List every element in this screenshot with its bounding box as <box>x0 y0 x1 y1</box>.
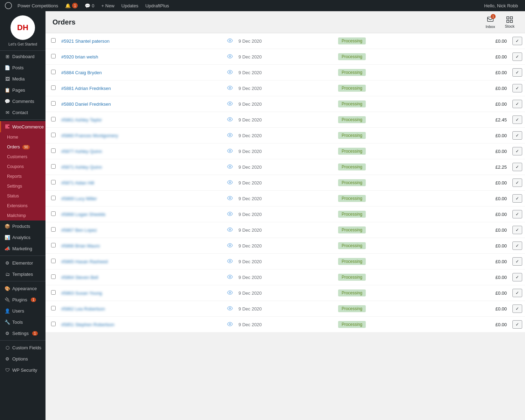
row-checkbox[interactable] <box>51 101 56 106</box>
sidebar-item-settings[interactable]: ⚙ Settings 1 <box>0 328 46 339</box>
order-name-link[interactable]: #5921 Shantel paterson <box>61 38 110 44</box>
eye-icon[interactable] <box>227 307 233 312</box>
sidebar-item-woocommerce[interactable]: WooCommerce Home Orders 90 Customers Cou… <box>0 121 46 220</box>
updates-button[interactable]: Updates <box>118 0 142 11</box>
row-checkbox[interactable] <box>51 322 56 326</box>
sidebar-item-tools[interactable]: 🔧 Tools <box>0 316 46 328</box>
row-checkbox[interactable] <box>51 290 56 295</box>
woo-mailchimp-item[interactable]: Mailchimp <box>0 211 46 220</box>
notifications-bar[interactable]: 🔔 1 <box>62 0 81 11</box>
row-checkbox[interactable] <box>51 180 56 184</box>
eye-icon[interactable] <box>227 39 233 44</box>
new-button[interactable]: + New <box>98 0 118 11</box>
action-dropdown-button[interactable]: ✓ <box>512 131 522 140</box>
inbox-button[interactable]: 1 Inbox <box>482 14 499 30</box>
order-name-link[interactable]: #5869 Lucy Miller <box>61 196 97 201</box>
order-name-link[interactable]: #5862 Lea Robertson <box>61 306 105 312</box>
sidebar-item-appearance[interactable]: 🎨 Appearance <box>0 283 46 294</box>
sidebar-item-media[interactable]: 🖼 Media <box>0 73 46 84</box>
order-name-link[interactable]: #5863 Susan Young <box>61 290 102 296</box>
order-name-link[interactable]: #5868 Logan Sheelds <box>61 212 106 217</box>
action-dropdown-button[interactable]: ✓ <box>512 210 522 218</box>
sidebar-item-plugins[interactable]: 🔌 Plugins 1 <box>0 294 46 305</box>
row-checkbox[interactable] <box>51 70 56 74</box>
site-name-bar[interactable]: Power Competitions <box>14 0 62 11</box>
order-name-link[interactable]: #5866 Brian Mauro <box>61 243 100 248</box>
action-dropdown-button[interactable]: ✓ <box>512 147 522 155</box>
action-dropdown-button[interactable]: ✓ <box>512 84 522 92</box>
order-name-link[interactable]: #5871 Ashley Quinn <box>61 164 102 170</box>
action-dropdown-button[interactable]: ✓ <box>512 68 522 77</box>
sidebar-item-marketing[interactable]: 📣 Marketing <box>0 243 46 254</box>
order-name-link[interactable]: #5865 Hasan Rasheed <box>61 259 108 264</box>
action-dropdown-button[interactable]: ✓ <box>512 273 522 281</box>
row-checkbox[interactable] <box>51 133 56 137</box>
sidebar-item-options[interactable]: ⚙ Options <box>0 353 46 364</box>
sidebar-item-elementor[interactable]: ⚙ Elementor <box>0 257 46 268</box>
row-checkbox[interactable] <box>51 227 56 232</box>
action-dropdown-button[interactable]: ✓ <box>512 178 522 187</box>
sidebar-item-comments[interactable]: 💬 Comments <box>0 96 46 107</box>
row-checkbox[interactable] <box>51 117 56 121</box>
action-dropdown-button[interactable]: ✓ <box>512 52 522 61</box>
order-name-link[interactable]: #5851 Stephen Robertson <box>61 322 114 327</box>
eye-icon[interactable] <box>227 149 233 155</box>
eye-icon[interactable] <box>227 260 233 265</box>
eye-icon[interactable] <box>227 165 233 170</box>
woo-coupons-item[interactable]: Coupons <box>0 162 46 172</box>
action-dropdown-button[interactable]: ✓ <box>512 257 522 266</box>
row-checkbox[interactable] <box>51 243 56 247</box>
eye-icon[interactable] <box>227 228 233 233</box>
action-dropdown-button[interactable]: ✓ <box>512 289 522 297</box>
order-name-link[interactable]: #5881 Adrian Fredriksen <box>61 86 111 91</box>
row-checkbox[interactable] <box>51 38 56 43</box>
order-name-link[interactable]: #5867 Ben Lopez <box>61 227 97 233</box>
order-name-link[interactable]: #5861 Ashley Taylor <box>61 117 102 122</box>
action-dropdown-button[interactable]: ✓ <box>512 304 522 313</box>
action-dropdown-button[interactable]: ✓ <box>512 194 522 203</box>
eye-icon[interactable] <box>227 323 233 328</box>
action-dropdown-button[interactable]: ✓ <box>512 320 522 329</box>
row-checkbox[interactable] <box>51 196 56 200</box>
eye-icon[interactable] <box>227 275 233 281</box>
row-checkbox[interactable] <box>51 211 56 216</box>
order-name-link[interactable]: #5920 brian welsh <box>61 54 98 59</box>
action-dropdown-button[interactable]: ✓ <box>512 163 522 171</box>
row-checkbox[interactable] <box>51 54 56 58</box>
woo-settings-item[interactable]: Settings <box>0 181 46 191</box>
eye-icon[interactable] <box>227 71 233 76</box>
woo-reports-item[interactable]: Reports <box>0 172 46 181</box>
comments-bar[interactable]: 💬 0 <box>81 0 98 11</box>
row-checkbox[interactable] <box>51 259 56 263</box>
action-dropdown-button[interactable]: ✓ <box>512 226 522 234</box>
sidebar-item-analytics[interactable]: 📊 Analytics <box>0 232 46 243</box>
woo-status-item[interactable]: Status <box>0 191 46 201</box>
woo-orders-item[interactable]: Orders 90 <box>0 142 46 152</box>
action-dropdown-button[interactable]: ✓ <box>512 37 522 45</box>
sidebar-item-custom-fields[interactable]: ⬡ Custom Fields <box>0 342 46 353</box>
updraftplus-button[interactable]: UpdraftPlus <box>142 0 173 11</box>
row-checkbox[interactable] <box>51 306 56 310</box>
eye-icon[interactable] <box>227 86 233 92</box>
row-checkbox[interactable] <box>51 164 56 169</box>
eye-icon[interactable] <box>227 197 233 202</box>
row-checkbox[interactable] <box>51 148 56 153</box>
sidebar-item-products[interactable]: 📦 Products <box>0 220 46 232</box>
eye-icon[interactable] <box>227 291 233 296</box>
order-name-link[interactable]: #5860 Frances Montgomery <box>61 133 118 138</box>
order-name-link[interactable]: #5880 Daniel Fredriksen <box>61 102 111 107</box>
order-name-link[interactable]: #5864 Steven Bell <box>61 275 98 280</box>
eye-icon[interactable] <box>227 118 233 123</box>
action-dropdown-button[interactable]: ✓ <box>512 241 522 250</box>
sidebar-item-contact[interactable]: ✉ Contact <box>0 107 46 118</box>
eye-icon[interactable] <box>227 212 233 218</box>
order-name-link[interactable]: #5871 Aidan Hill <box>61 180 94 186</box>
sidebar-item-wp-security[interactable]: 🛡 WP Security <box>0 364 46 376</box>
eye-icon[interactable] <box>227 55 233 60</box>
action-dropdown-button[interactable]: ✓ <box>512 100 522 108</box>
action-dropdown-button[interactable]: ✓ <box>512 115 522 124</box>
woo-customers-item[interactable]: Customers <box>0 152 46 162</box>
woo-home-item[interactable]: Home <box>0 132 46 142</box>
wp-logo[interactable] <box>3 0 14 11</box>
sidebar-item-dashboard[interactable]: ⊞ Dashboard <box>0 51 46 62</box>
